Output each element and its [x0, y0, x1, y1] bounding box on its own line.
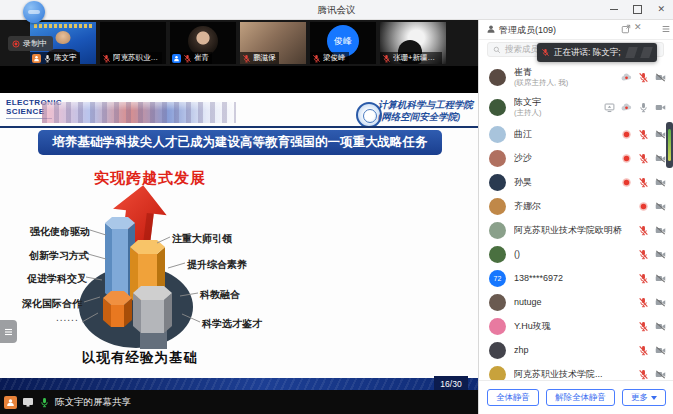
- member-row[interactable]: zhp: [479, 338, 673, 362]
- video-tile[interactable]: 俊峰 梁俊峰: [310, 22, 376, 64]
- member-name: 阿克苏职业技术学院欧明桥: [514, 225, 638, 236]
- member-row[interactable]: 阿克苏职业技术学院欧明桥: [479, 218, 673, 242]
- diagram-label: 深化国际合作: [22, 297, 82, 311]
- diagram-label: 强化使命驱动: [30, 225, 90, 239]
- member-role: (主持人): [514, 108, 604, 117]
- member-name: 齐娜尔: [514, 201, 638, 212]
- video-tile[interactable]: 阿克苏职业技术学...: [100, 22, 166, 64]
- diagram-label: 科学选才鉴才: [202, 317, 262, 331]
- tencent-meeting-window: 腾讯会议 ✕ 陈文宇 阿克苏职业技术学...: [0, 0, 673, 414]
- participants-panel: 管理成员(109) ✕ 搜索成员 正在讲话:: [478, 19, 673, 414]
- member-row[interactable]: 崔青 (联席主持人, 我): [479, 62, 673, 92]
- member-row[interactable]: 72 138****6972: [479, 266, 673, 290]
- presentation-slide: ELECTRONIC SCIENCE 计算机科学与工程学院 (网络空间安全学院)…: [0, 93, 478, 378]
- avatar: [489, 150, 506, 167]
- member-row[interactable]: Y.Hu玫瑰: [479, 314, 673, 338]
- cam-off-icon: [655, 369, 666, 380]
- member-row[interactable]: 孙昊: [479, 170, 673, 194]
- panel-footer: 全体静音 解除全体静音 更多: [479, 380, 673, 414]
- more-button[interactable]: 更多: [622, 389, 666, 406]
- participant-name: 鹏滋保: [253, 53, 276, 63]
- diagram-label: ......: [56, 312, 79, 323]
- mic-muted-icon: [638, 72, 649, 83]
- mute-all-button[interactable]: 全体静音: [487, 389, 539, 406]
- member-status-icons: [621, 153, 666, 164]
- member-row[interactable]: 陈文宇 (主持人): [479, 92, 673, 122]
- panel-header: 管理成员(109) ✕: [479, 19, 673, 40]
- member-name: nutuge: [514, 297, 638, 308]
- avatar: [489, 246, 506, 263]
- minimize-button[interactable]: [610, 9, 618, 10]
- participant-name: 梁俊峰: [323, 53, 346, 63]
- video-tile[interactable]: 崔青: [170, 22, 236, 64]
- member-row[interactable]: nutuge: [479, 290, 673, 314]
- member-status-icons: [638, 345, 666, 356]
- video-tile[interactable]: 张珊+新疆天山职...: [380, 22, 446, 64]
- scrollbar-indicator: [668, 129, 671, 161]
- hamburger-icon: [4, 328, 13, 336]
- panel-menu-icon[interactable]: [661, 24, 671, 34]
- member-status-icons: [638, 297, 666, 308]
- cam-off-icon: [655, 201, 666, 212]
- recording-status-chip[interactable]: 录制中: [8, 36, 53, 51]
- sidebar-toggle-button[interactable]: [0, 320, 17, 343]
- member-name: (): [514, 249, 638, 260]
- maximize-button[interactable]: [633, 5, 642, 14]
- video-strip: 陈文宇 阿克苏职业技术学... 崔青: [0, 19, 478, 66]
- avatar: [489, 366, 506, 382]
- screen-share-icon: [21, 397, 34, 408]
- search-placeholder: 搜索成员: [505, 44, 539, 56]
- mic-muted-icon: [638, 225, 649, 236]
- member-row[interactable]: 齐娜尔: [479, 194, 673, 218]
- member-row[interactable]: 沙沙: [479, 146, 673, 170]
- avatar: [489, 294, 506, 311]
- slide-title-banner: 培养基础学科拔尖人才已成为建设高等教育强国的一项重大战略任务: [38, 130, 442, 155]
- member-list: 崔青 (联席主持人, 我) 陈文宇 (主持人) 曲江 沙沙 孙昊: [479, 62, 673, 381]
- member-status-icons: [604, 102, 666, 113]
- mic-muted-icon: [638, 345, 649, 356]
- mic-muted-icon: [638, 177, 649, 188]
- participant-name: 张珊+新疆天山职...: [393, 53, 439, 63]
- member-name: 孙昊: [514, 177, 621, 188]
- cam-off-icon: [655, 225, 666, 236]
- member-row[interactable]: (): [479, 242, 673, 266]
- slide-caption: 以现有经验为基础: [0, 349, 280, 367]
- skyline-banner-image: [42, 102, 236, 123]
- watermark: [640, 47, 653, 58]
- tile-label: 梁俊峰: [310, 52, 349, 64]
- member-row[interactable]: 阿克苏职业技术学院...: [479, 362, 673, 381]
- record-dot-icon: [621, 129, 632, 140]
- record-dot-icon: [638, 201, 649, 212]
- cam-off-icon: [655, 153, 666, 164]
- participant-name: 崔青: [194, 53, 209, 63]
- meeting-float-button[interactable]: [23, 1, 45, 23]
- member-status-icons: [621, 129, 666, 140]
- close-button[interactable]: ✕: [657, 5, 665, 14]
- panel-close-icon[interactable]: ✕: [634, 23, 642, 32]
- sharer-avatar: [4, 396, 17, 409]
- record-icon: [12, 40, 20, 48]
- avatar: [489, 318, 506, 335]
- scrollbar[interactable]: [666, 122, 673, 168]
- unmute-all-button[interactable]: 解除全体静音: [546, 389, 615, 406]
- avatar: [489, 342, 506, 359]
- diagram-label: 创新学习方式: [29, 249, 89, 263]
- cloud-record-icon: [621, 72, 632, 83]
- mic-status-icon: [102, 54, 111, 63]
- backdrop-banner: [34, 24, 92, 28]
- popout-icon[interactable]: [621, 24, 631, 34]
- recording-label: 录制中: [23, 38, 47, 49]
- member-row[interactable]: 曲江: [479, 122, 673, 146]
- share-status-bar: 陈文宇的屏幕共享: [0, 390, 478, 414]
- diagram-label: 注重大师引领: [172, 232, 232, 246]
- cam-off-icon: [655, 249, 666, 260]
- mic-status-icon: [183, 54, 192, 63]
- shared-screen-stage: 陈文宇 阿克苏职业技术学... 崔青: [0, 19, 478, 390]
- video-tile[interactable]: 鹏滋保: [240, 22, 306, 64]
- search-icon: [493, 46, 501, 54]
- slide-footer-bar: [0, 378, 478, 390]
- member-status-icons: [638, 273, 666, 284]
- tile-label: 张珊+新疆天山职...: [380, 52, 442, 64]
- avatar: [489, 126, 506, 143]
- avatar: [489, 69, 506, 86]
